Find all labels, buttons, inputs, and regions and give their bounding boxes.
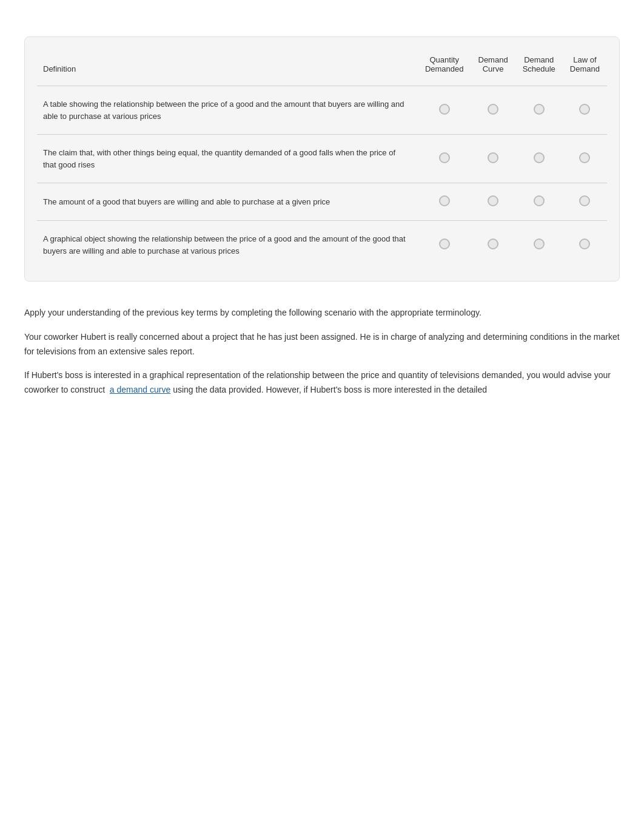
radio-button-4-2[interactable] bbox=[488, 238, 498, 249]
radio-button-3-2[interactable] bbox=[488, 195, 498, 206]
header-demand-curve: DemandCurve bbox=[471, 49, 515, 86]
radio-button-1-2[interactable] bbox=[488, 104, 498, 115]
radio-button-2-1[interactable] bbox=[439, 152, 450, 163]
definition-cell-1: A table showing the relationship between… bbox=[37, 86, 418, 135]
table-row: A table showing the relationship between… bbox=[37, 86, 607, 135]
radio-button-1-1[interactable] bbox=[439, 104, 450, 115]
radio-cell-3-4[interactable] bbox=[563, 183, 607, 221]
radio-button-3-3[interactable] bbox=[534, 195, 545, 206]
radio-cell-4-2[interactable] bbox=[471, 221, 515, 269]
radio-button-4-1[interactable] bbox=[439, 238, 450, 249]
paragraph-section: Apply your understanding of the previous… bbox=[24, 306, 620, 397]
radio-cell-1-4[interactable] bbox=[563, 86, 607, 135]
definition-cell-4: A graphical object showing the relations… bbox=[37, 221, 418, 269]
table-row: The claim that, with other things being … bbox=[37, 135, 607, 183]
question-end-text: using the data provided. However, if Hub… bbox=[173, 385, 487, 394]
header-quantity-demanded: QuantityDemanded bbox=[418, 49, 471, 86]
header-definition: Definition bbox=[37, 49, 418, 86]
radio-button-4-3[interactable] bbox=[534, 238, 545, 249]
radio-cell-1-1[interactable] bbox=[418, 86, 471, 135]
table-row: A graphical object showing the relations… bbox=[37, 221, 607, 269]
matching-table: Definition QuantityDemanded DemandCurve … bbox=[37, 49, 607, 269]
radio-button-3-4[interactable] bbox=[579, 195, 590, 206]
radio-cell-3-2[interactable] bbox=[471, 183, 515, 221]
radio-cell-2-2[interactable] bbox=[471, 135, 515, 183]
radio-cell-3-1[interactable] bbox=[418, 183, 471, 221]
header-law-of-demand: Law ofDemand bbox=[563, 49, 607, 86]
radio-cell-1-3[interactable] bbox=[515, 86, 563, 135]
radio-button-2-3[interactable] bbox=[534, 152, 545, 163]
demand-curve-link[interactable]: a demand curve bbox=[110, 385, 170, 394]
header-demand-schedule: DemandSchedule bbox=[515, 49, 563, 86]
radio-button-1-4[interactable] bbox=[579, 104, 590, 115]
question-paragraph: If Hubert's boss is interested in a grap… bbox=[24, 368, 620, 397]
matching-table-container: Definition QuantityDemanded DemandCurve … bbox=[24, 36, 620, 282]
radio-cell-3-3[interactable] bbox=[515, 183, 563, 221]
radio-cell-4-4[interactable] bbox=[563, 221, 607, 269]
radio-cell-4-1[interactable] bbox=[418, 221, 471, 269]
radio-button-2-2[interactable] bbox=[488, 152, 498, 163]
radio-button-2-4[interactable] bbox=[579, 152, 590, 163]
radio-button-4-4[interactable] bbox=[579, 238, 590, 249]
intro-paragraph: Apply your understanding of the previous… bbox=[24, 306, 620, 320]
radio-cell-1-2[interactable] bbox=[471, 86, 515, 135]
radio-button-3-1[interactable] bbox=[439, 195, 450, 206]
radio-cell-2-3[interactable] bbox=[515, 135, 563, 183]
definition-cell-2: The claim that, with other things being … bbox=[37, 135, 418, 183]
table-row: The amount of a good that buyers are wil… bbox=[37, 183, 607, 221]
radio-cell-2-1[interactable] bbox=[418, 135, 471, 183]
scenario-paragraph: Your coworker Hubert is really concerned… bbox=[24, 330, 620, 359]
radio-cell-2-4[interactable] bbox=[563, 135, 607, 183]
radio-button-1-3[interactable] bbox=[534, 104, 545, 115]
definition-cell-3: The amount of a good that buyers are wil… bbox=[37, 183, 418, 221]
radio-cell-4-3[interactable] bbox=[515, 221, 563, 269]
